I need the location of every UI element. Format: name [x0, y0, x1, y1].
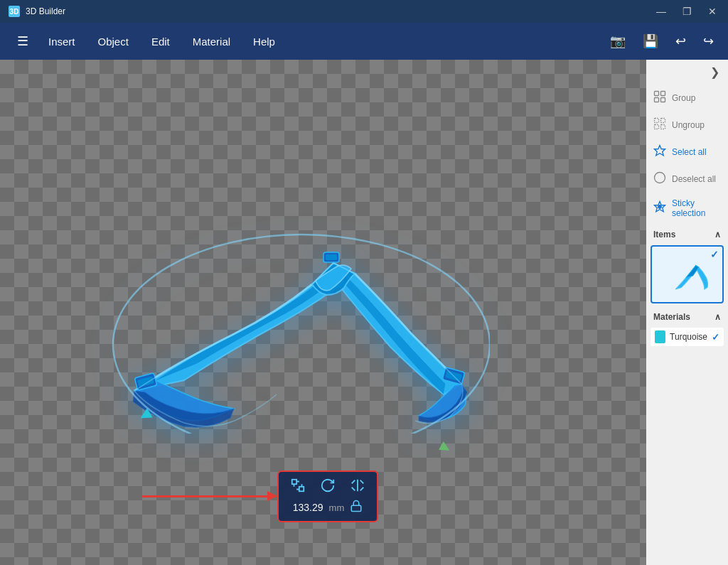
- chevron-right-icon: ❯: [710, 65, 719, 79]
- main-area: ◀ ▶: [0, 60, 728, 565]
- items-section: ✓: [646, 242, 728, 306]
- materials-label: Materials: [653, 312, 690, 322]
- svg-rect-15: [661, 119, 665, 123]
- sidebar-action-sticky[interactable]: Sticky selection: [646, 193, 728, 224]
- minimize-button[interactable]: —: [654, 6, 668, 17]
- undo-button[interactable]: ↩: [670, 29, 692, 53]
- sidebar: ❯ Group Ungroup: [646, 60, 728, 565]
- material-check-icon: ✓: [712, 332, 719, 343]
- svg-rect-9: [352, 505, 362, 511]
- sidebar-collapse-btn[interactable]: ❯: [646, 60, 728, 85]
- sticky-selection-icon: [653, 200, 666, 216]
- materials-section-header[interactable]: Materials ∧: [646, 306, 728, 325]
- svg-point-19: [655, 173, 665, 183]
- material-name: Turquoise: [670, 332, 707, 342]
- items-collapse-icon: ∧: [714, 230, 721, 240]
- maximize-button[interactable]: ❐: [680, 6, 694, 17]
- items-section-header[interactable]: Items ∧: [646, 224, 728, 242]
- toolbar-unit: mm: [329, 502, 345, 513]
- svg-rect-10: [655, 92, 659, 96]
- close-button[interactable]: ✕: [705, 6, 719, 17]
- titlebar-left: 3D 3D Builder: [9, 6, 65, 17]
- svg-rect-13: [661, 98, 665, 102]
- item-check-icon: ✓: [710, 249, 719, 260]
- menubar-right: 📷 💾 ↩ ↪: [604, 29, 719, 53]
- material-item-turquoise[interactable]: Turquoise ✓: [651, 328, 724, 346]
- sidebar-action-group[interactable]: Group: [646, 85, 728, 112]
- screenshot-button[interactable]: 📷: [604, 29, 631, 53]
- ungroup-icon: [653, 117, 666, 133]
- save-button[interactable]: 💾: [637, 29, 664, 53]
- sidebar-action-ungroup[interactable]: Ungroup: [646, 112, 728, 139]
- materials-collapse-icon: ∧: [714, 312, 721, 322]
- svg-rect-14: [655, 119, 659, 123]
- lock-button[interactable]: [350, 500, 363, 515]
- menu-insert[interactable]: Insert: [37, 30, 87, 53]
- ungroup-label: Ungroup: [672, 120, 705, 130]
- material-color-swatch: [655, 330, 665, 343]
- svg-rect-8: [299, 487, 304, 491]
- svg-point-21: [658, 205, 662, 209]
- toolbar-bottom-row: 133.29 mm: [293, 500, 363, 515]
- mirror-button[interactable]: [350, 478, 365, 497]
- menu-object[interactable]: Object: [87, 30, 140, 53]
- rotate-button[interactable]: [320, 478, 336, 497]
- titlebar: 3D 3D Builder — ❐ ✕: [0, 0, 728, 23]
- window-controls: — ❐ ✕: [654, 6, 719, 17]
- model-container: [92, 156, 490, 441]
- select-all-label: Select all: [672, 147, 707, 157]
- group-label: Group: [672, 93, 695, 103]
- items-label: Items: [653, 230, 675, 240]
- materials-section: Turquoise ✓: [646, 325, 728, 352]
- hamburger-menu[interactable]: ☰: [9, 28, 37, 55]
- svg-rect-17: [661, 125, 665, 129]
- model-svg: [92, 163, 490, 434]
- svg-rect-16: [655, 125, 659, 129]
- svg-rect-7: [292, 480, 296, 484]
- sidebar-action-select-all[interactable]: Select all: [646, 139, 728, 166]
- svg-marker-18: [655, 146, 665, 156]
- deselect-all-icon: [653, 171, 666, 187]
- group-icon: [653, 90, 666, 106]
- item-card[interactable]: ✓: [651, 245, 724, 303]
- deselect-all-label: Deselect all: [672, 174, 716, 184]
- item-thumbnail: [663, 249, 712, 299]
- menu-help[interactable]: Help: [242, 30, 287, 53]
- redo-button[interactable]: ↪: [697, 29, 719, 53]
- sidebar-action-deselect-all[interactable]: Deselect all: [646, 166, 728, 193]
- toolbar-top-row: [290, 478, 365, 497]
- app-title: 3D Builder: [26, 6, 65, 16]
- direction-arrow-green: ▶: [437, 438, 454, 456]
- select-all-icon: [653, 144, 666, 160]
- app-icon: 3D: [9, 6, 20, 17]
- menu-material[interactable]: Material: [181, 30, 242, 53]
- menu-edit[interactable]: Edit: [140, 30, 181, 53]
- svg-rect-11: [661, 92, 665, 96]
- arrow-indicator: [142, 495, 270, 497]
- toolbar-value: 133.29: [293, 502, 323, 513]
- viewport[interactable]: ◀ ▶: [0, 60, 646, 565]
- scale-button[interactable]: [290, 478, 306, 497]
- svg-rect-12: [655, 98, 659, 102]
- svg-rect-5: [326, 254, 337, 260]
- bottom-toolbar: 133.29 mm: [277, 470, 378, 522]
- menubar: ☰ Insert Object Edit Material Help 📷 💾 ↩…: [0, 23, 728, 60]
- sticky-selection-label: Sticky selection: [672, 198, 721, 218]
